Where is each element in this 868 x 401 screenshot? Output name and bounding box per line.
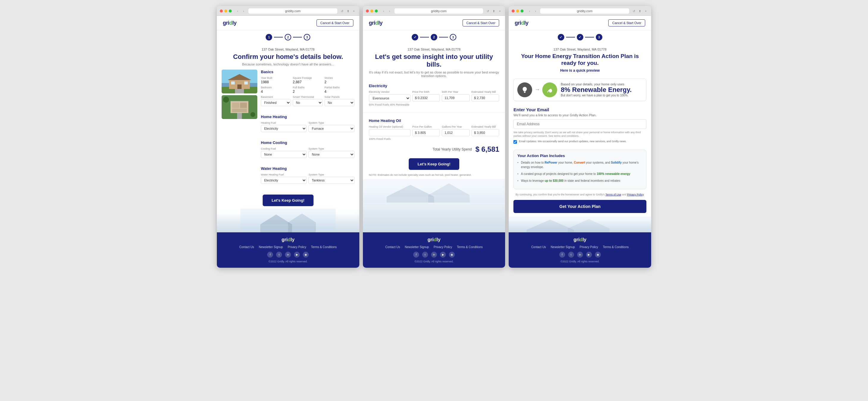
back-btn-1[interactable]: ‹ — [235, 9, 240, 13]
linkedin-icon-2[interactable]: in — [431, 252, 437, 257]
terms-of-use-link[interactable]: Terms of Use — [605, 193, 621, 196]
solar-select[interactable]: No — [324, 99, 354, 106]
youtube-icon-1[interactable]: ▶ — [294, 252, 300, 257]
footer-contact-2[interactable]: Contact Us — [385, 245, 400, 249]
oil-price-input[interactable] — [412, 129, 440, 136]
instagram-icon-2[interactable]: ◉ — [449, 252, 455, 257]
basement-select-wrapper: Finished — [261, 99, 291, 106]
full-baths-label: Full Baths — [293, 86, 323, 89]
page1-content: gridly Cancel & Start Over 1 2 3 137 Oak… — [217, 16, 359, 268]
footer-copyright-3: ©2022 Gridly. All rights reserved. — [514, 260, 646, 263]
linkedin-icon-3[interactable]: in — [577, 252, 583, 257]
address-bar-1[interactable]: gridity.com — [248, 8, 337, 14]
minimize-dot-2[interactable] — [370, 9, 373, 12]
add-btn-3[interactable]: + — [643, 9, 648, 13]
elec-price-input[interactable] — [412, 94, 440, 101]
youtube-icon-2[interactable]: ▶ — [440, 252, 446, 257]
footer-newsletter-3[interactable]: Newsletter Signup — [551, 245, 575, 249]
energy-icons: → — [517, 83, 557, 97]
forward-btn-2[interactable]: › — [387, 9, 392, 13]
footer-newsletter-2[interactable]: Newsletter Signup — [405, 245, 429, 249]
get-action-plan-btn[interactable]: Get Your Action Plan — [514, 200, 646, 213]
maximize-dot-2[interactable] — [375, 9, 378, 12]
keep-going-btn-1[interactable]: Let's Keep Going! — [263, 194, 313, 206]
cooling-system-wrapper: None — [308, 151, 354, 158]
back-btn-3[interactable]: ‹ — [527, 9, 532, 13]
facebook-icon-1[interactable]: f — [267, 252, 273, 257]
oil-bill-input[interactable] — [471, 129, 499, 136]
close-dot-3[interactable] — [512, 9, 515, 12]
email-updates-checkbox[interactable] — [514, 140, 517, 144]
footer-newsletter-1[interactable]: Newsletter Signup — [259, 245, 283, 249]
footer-terms-2[interactable]: Terms & Conditions — [457, 245, 483, 249]
minimize-dot[interactable] — [224, 9, 227, 12]
add-btn-2[interactable]: + — [497, 9, 502, 13]
close-dot-2[interactable] — [366, 9, 369, 12]
instagram-icon-3[interactable]: ◉ — [595, 252, 601, 257]
share-btn-3[interactable]: ⬆ — [638, 9, 642, 13]
keep-going-btn-2[interactable]: Let's Keep Going! — [409, 158, 460, 170]
share-btn-1[interactable]: ⬆ — [346, 9, 350, 13]
full-baths-field: Full Baths 2 — [293, 86, 323, 94]
reload-btn-3[interactable]: ↺ — [631, 9, 636, 13]
address-bar-2[interactable]: gridity.com — [395, 8, 484, 14]
elec-kwh-input[interactable] — [442, 94, 469, 101]
maximize-dot-3[interactable] — [521, 9, 524, 12]
cancel-start-over-btn-1[interactable]: Cancel & Start Over — [316, 19, 353, 27]
cooling-system-select[interactable]: None — [308, 151, 354, 158]
footer-terms-3[interactable]: Terms & Conditions — [603, 245, 629, 249]
footer-privacy-3[interactable]: Privacy Policy — [580, 245, 598, 249]
page3-title: Your Home Energy Transition Action Plan … — [515, 53, 645, 67]
basement-select[interactable]: Finished — [261, 99, 291, 106]
house-placeholder-1 — [222, 70, 257, 93]
address-bar-3[interactable]: gridity.com — [540, 8, 629, 14]
facebook-icon-3[interactable]: f — [559, 252, 565, 257]
reload-btn-1[interactable]: ↺ — [340, 9, 344, 13]
page1-hero: 137 Oak Street, Wayland, MA 01778 Confir… — [217, 43, 359, 70]
water-system-select[interactable]: Tankless — [308, 177, 354, 184]
bedroom-field: Bedroom 4 — [261, 86, 291, 94]
youtube-icon-3[interactable]: ▶ — [586, 252, 592, 257]
footer-privacy-2[interactable]: Privacy Policy — [434, 245, 452, 249]
footer-privacy-1[interactable]: Privacy Policy — [288, 245, 306, 249]
cancel-btn-2[interactable]: Cancel & Start Over — [463, 19, 499, 27]
add-btn-1[interactable]: + — [351, 9, 356, 13]
privacy-policy-link[interactable]: Privacy Policy — [627, 193, 643, 196]
twitter-icon-2[interactable]: t — [422, 252, 428, 257]
footer-contact-1[interactable]: Contact Us — [240, 245, 254, 249]
thermostat-field: Smart Thermostat No — [293, 95, 323, 106]
maximize-dot[interactable] — [229, 9, 232, 12]
oil-gallons-input[interactable] — [442, 129, 469, 136]
step-1-circle-2 — [412, 34, 418, 40]
svg-rect-9 — [235, 89, 244, 93]
forward-btn-3[interactable]: › — [533, 9, 538, 13]
facebook-icon-2[interactable]: f — [413, 252, 419, 257]
heating-fuel-select[interactable]: Electricity — [261, 125, 307, 132]
forward-btn-1[interactable]: › — [241, 9, 246, 13]
oil-vendor-input[interactable] — [369, 129, 410, 136]
water-fuel-select[interactable]: Electricity — [261, 177, 307, 184]
back-btn-2[interactable]: ‹ — [381, 9, 386, 13]
twitter-icon-1[interactable]: t — [276, 252, 282, 257]
thermostat-select[interactable]: No — [293, 99, 323, 106]
cooling-fuel-select[interactable]: None — [261, 151, 307, 158]
footer-terms-1[interactable]: Terms & Conditions — [311, 245, 337, 249]
elec-vendor-select[interactable]: Eversource — [369, 94, 410, 102]
instagram-icon-1[interactable]: ◉ — [303, 252, 309, 257]
bedroom-label: Bedroom — [261, 86, 291, 89]
browser-chrome-2: ‹ › gridity.com ↺ ⬆ + — [363, 6, 505, 16]
reload-btn-2[interactable]: ↺ — [486, 9, 490, 13]
year-built-value: 1988 — [261, 80, 291, 84]
close-dot[interactable] — [220, 9, 223, 12]
cancel-btn-3[interactable]: Cancel & Start Over — [608, 19, 645, 27]
footer-contact-3[interactable]: Contact Us — [531, 245, 546, 249]
share-btn-2[interactable]: ⬆ — [491, 9, 496, 13]
svg-rect-6 — [237, 85, 242, 89]
heating-system-select[interactable]: Furnace — [308, 125, 354, 132]
minimize-dot-3[interactable] — [516, 9, 519, 12]
email-input[interactable] — [514, 119, 646, 129]
twitter-icon-3[interactable]: t — [568, 252, 574, 257]
linkedin-icon-1[interactable]: in — [285, 252, 291, 257]
elec-bill-input[interactable] — [471, 94, 499, 101]
browser-dots-1 — [220, 9, 232, 12]
